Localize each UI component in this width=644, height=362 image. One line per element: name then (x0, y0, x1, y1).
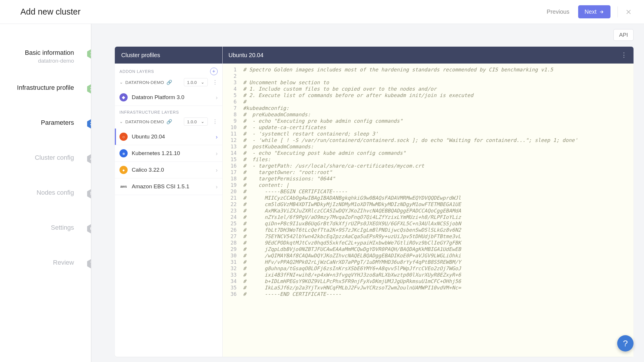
profiles-panel: Cluster profiles ADDON LAYERS + ⌄ DATATR… (115, 47, 634, 357)
close-icon[interactable] (625, 8, 632, 16)
step-title: Settings (0, 224, 74, 231)
line-gutter: 1234567891011121314151617181920212223242… (223, 64, 240, 357)
layer-item[interactable]: aws Amazon EBS CSI 1.5.1 › (115, 178, 222, 195)
kebab-icon[interactable]: ⋮ (621, 51, 628, 59)
step-3[interactable]: Parameters 3 (0, 119, 92, 154)
layer-icon: ◆ (119, 93, 128, 101)
code-body[interactable]: # Spectro Golden images includes most of… (240, 64, 578, 357)
chevron-down-icon: ⌄ (201, 80, 205, 85)
infra-profile-name: DATATRON-DEMO (125, 119, 164, 124)
chevron-right-icon: › (216, 150, 218, 157)
layer-label: Calico 3.22.0 (132, 167, 164, 173)
kebab-icon[interactable]: ⋮ (212, 79, 218, 85)
layer-item[interactable]: ⎈ Kubernetes 1.21.10 › (115, 145, 222, 162)
editor-title: Ubuntu 20.04 (228, 52, 263, 59)
layer-item[interactable]: ● Calico 3.22.0 › (115, 162, 222, 178)
layer-item[interactable]: ○ Ubuntu 20.04 › (115, 129, 222, 145)
step-subtitle: datatron-demo (0, 58, 74, 64)
cluster-profiles-panel: Cluster profiles ADDON LAYERS + ⌄ DATATR… (115, 47, 223, 357)
layer-label: Ubuntu 20.04 (132, 133, 165, 140)
step-4[interactable]: Cluster config 4 (0, 154, 92, 189)
layer-icon: ● (119, 166, 128, 174)
previous-button[interactable]: Previous (547, 8, 569, 15)
chevron-right-icon: › (216, 133, 218, 140)
page-title: Add new cluster (20, 7, 80, 17)
layer-label: Datatron Platform 3.0 (132, 94, 184, 101)
step-title: Parameters (0, 119, 74, 126)
addon-profile-name: DATATRON-DEMO (125, 80, 164, 85)
help-fab[interactable]: ? (617, 335, 634, 352)
layer-item[interactable]: ◆ Datatron Platform 3.0 › (115, 89, 222, 106)
step-5[interactable]: Nodes config 5 (0, 189, 92, 224)
code-editor[interactable]: 1234567891011121314151617181920212223242… (223, 64, 634, 357)
kebab-icon[interactable]: ⋮ (212, 118, 218, 125)
step-title: Infrastructure profile (0, 84, 74, 92)
layer-label: Amazon EBS CSI 1.5.1 (132, 183, 189, 190)
chevron-down-icon: ⌄ (119, 119, 123, 124)
step-7[interactable]: Review 7 (0, 259, 92, 294)
link-icon: 🔗 (166, 80, 172, 85)
chevron-right-icon: › (216, 94, 218, 101)
addon-layers-header: ADDON LAYERS + (115, 64, 222, 78)
arrow-right-icon (599, 9, 604, 15)
step-6[interactable]: Settings 6 (0, 224, 92, 259)
add-addon-icon[interactable]: + (210, 68, 218, 75)
step-1[interactable]: Basic information datatron-demo 1 (0, 49, 92, 84)
step-title: Review (0, 259, 74, 266)
chevron-right-icon: › (216, 183, 218, 190)
wizard-header: Add new cluster Previous Next (0, 0, 644, 24)
infra-profile-selector[interactable]: ⌄ DATATRON-DEMO 🔗 1.0.0⌄ ⋮ (115, 117, 222, 129)
next-button[interactable]: Next (578, 5, 610, 18)
infra-layers-header: INFRASTRUCTURE LAYERS (115, 106, 222, 117)
wizard-steps: Basic information datatron-demo 1 Infras… (0, 24, 92, 362)
layer-icon: ⎈ (119, 149, 128, 157)
addon-profile-selector[interactable]: ⌄ DATATRON-DEMO 🔗 1.0.0⌄ ⋮ (115, 78, 222, 89)
step-2[interactable]: Infrastructure profile 2 (0, 84, 92, 119)
chevron-down-icon: ⌄ (201, 119, 205, 124)
editor-header: Ubuntu 20.04 ⋮ (223, 47, 634, 64)
link-icon: 🔗 (166, 119, 172, 124)
help-icon: ? (623, 338, 628, 348)
layer-icon: aws (119, 182, 128, 191)
config-editor-panel: Ubuntu 20.04 ⋮ 1234567891011121314151617… (223, 47, 634, 357)
layer-label: Kubernetes 1.21.10 (132, 150, 180, 157)
cluster-profiles-header: Cluster profiles (115, 47, 222, 64)
step-title: Cluster config (0, 154, 74, 161)
step-title: Nodes config (0, 189, 74, 196)
next-button-label: Next (585, 8, 597, 15)
infra-version-select[interactable]: 1.0.0⌄ (184, 117, 208, 126)
layer-icon: ○ (119, 133, 128, 141)
chevron-down-icon: ⌄ (119, 80, 123, 85)
step-title: Basic information (0, 49, 74, 57)
addon-version-select[interactable]: 1.0.0⌄ (184, 78, 208, 86)
api-button[interactable]: API (613, 29, 634, 41)
chevron-right-icon: › (216, 167, 218, 173)
